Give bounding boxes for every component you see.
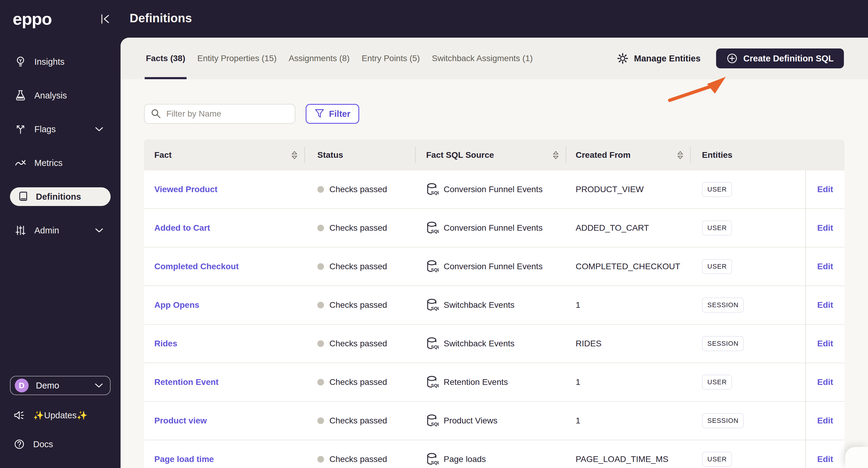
entity-badge: USER: [702, 452, 732, 467]
manage-entities-button[interactable]: Manage Entities: [617, 53, 701, 64]
tab-facts[interactable]: Facts (38): [145, 38, 187, 79]
floating-widget[interactable]: [845, 447, 868, 468]
fact-sql-source-link[interactable]: Page loads: [444, 455, 486, 464]
table-row: Added to Cart Checks passed SQL Conversi…: [144, 209, 844, 247]
funnel-icon: [315, 109, 324, 119]
sidebar-item-label: Metrics: [34, 158, 62, 168]
sort-icon[interactable]: [291, 151, 298, 160]
sidebar-item-metrics[interactable]: Metrics: [0, 153, 121, 173]
sort-icon[interactable]: [553, 151, 559, 160]
fact-sql-source-link[interactable]: Product Views: [444, 416, 497, 426]
status-dot: [317, 417, 324, 424]
chevron-down-icon: [95, 228, 103, 233]
workspace-avatar: D: [15, 378, 29, 392]
sidebar-item-label: Flags: [34, 124, 56, 134]
table-row: Rides Checks passed SQL Switchback Event…: [144, 325, 844, 363]
edit-link[interactable]: Edit: [817, 300, 833, 310]
megaphone-icon: [13, 409, 25, 421]
fact-link[interactable]: Completed Checkout: [154, 262, 239, 271]
workspace-switcher[interactable]: D Demo: [10, 376, 111, 395]
fact-sql-source-link[interactable]: Conversion Funnel Events: [444, 262, 542, 271]
sidebar-item-definitions[interactable]: Definitions: [10, 187, 111, 206]
edit-link[interactable]: Edit: [817, 185, 833, 194]
filter-button[interactable]: Filter: [306, 104, 359, 124]
header-actions: Manage Entities Create Definition SQL: [617, 38, 844, 79]
fact-sql-source-link[interactable]: Switchback Events: [444, 339, 515, 348]
flask-icon: [14, 90, 27, 101]
chevron-down-icon: [95, 383, 103, 388]
svg-text:SQL: SQL: [431, 267, 439, 272]
filter-by-name-input[interactable]: [166, 109, 287, 119]
table-row: Retention Event Checks passed SQL Retent…: [144, 363, 844, 402]
fact-sql-source-link[interactable]: Conversion Funnel Events: [444, 223, 542, 233]
sidebar-item-insights[interactable]: Insights: [0, 52, 121, 71]
sql-database-icon: SQL: [426, 298, 439, 312]
top-bar: eppo Definitions: [0, 0, 868, 38]
collapse-sidebar-icon[interactable]: [100, 13, 112, 25]
sidebar-item-admin[interactable]: Admin: [0, 221, 121, 240]
split-arrow-icon: [14, 123, 27, 135]
fact-link[interactable]: App Opens: [154, 300, 199, 310]
fact-sql-source-link[interactable]: Switchback Events: [444, 300, 515, 310]
edit-link[interactable]: Edit: [817, 377, 833, 387]
table-header: Fact Status Fact SQL Source Created From: [144, 139, 844, 170]
sort-icon[interactable]: [677, 151, 684, 160]
fact-link[interactable]: Viewed Product: [154, 185, 218, 194]
filter-by-name-field[interactable]: [144, 104, 296, 124]
edit-link[interactable]: Edit: [817, 455, 833, 464]
table-row: Product view Checks passed SQL Product V…: [144, 402, 844, 440]
status-text: Checks passed: [330, 300, 387, 310]
status-dot: [317, 379, 324, 386]
fact-link[interactable]: Retention Event: [154, 377, 218, 387]
sliders-icon: [14, 224, 27, 236]
edit-link[interactable]: Edit: [817, 262, 833, 271]
svg-text:SQL: SQL: [431, 460, 439, 465]
search-icon: [151, 108, 161, 119]
sql-database-icon: SQL: [426, 260, 439, 273]
create-definition-sql-button[interactable]: Create Definition SQL: [716, 48, 844, 68]
tab-entity-properties[interactable]: Entity Properties (15): [196, 38, 278, 79]
fact-link[interactable]: Rides: [154, 339, 177, 348]
sidebar-item-docs[interactable]: Docs: [0, 435, 121, 453]
created-from-value: 1: [576, 377, 581, 387]
fact-sql-source-link[interactable]: Conversion Funnel Events: [444, 185, 542, 194]
status-text: Checks passed: [330, 223, 387, 233]
chevron-down-icon: [95, 127, 103, 132]
status-dot: [317, 302, 324, 308]
tab-assignments[interactable]: Assignments (8): [287, 38, 351, 79]
status-text: Checks passed: [330, 416, 387, 426]
fact-link[interactable]: Page load time: [154, 455, 214, 464]
edit-link[interactable]: Edit: [817, 223, 833, 233]
sql-database-icon: SQL: [426, 452, 439, 466]
tab-entry-points[interactable]: Entry Points (5): [361, 38, 421, 79]
sidebar-item-updates[interactable]: ✨Updates✨: [0, 406, 121, 424]
sql-database-icon: SQL: [426, 221, 439, 235]
sql-database-icon: SQL: [426, 375, 439, 389]
entity-badge: USER: [702, 259, 732, 274]
gear-icon: [617, 53, 629, 64]
edit-link[interactable]: Edit: [817, 339, 833, 348]
created-from-value: PRODUCT_VIEW: [576, 185, 644, 194]
fact-link[interactable]: Added to Cart: [154, 223, 210, 233]
facts-table: Fact Status Fact SQL Source Created From: [144, 139, 844, 468]
tab-switchback-assigments[interactable]: Switchback Assigments (1): [431, 38, 534, 79]
created-from-value: RIDES: [576, 339, 601, 348]
plus-circle-icon: [726, 53, 738, 64]
tab-bar: Facts (38) Entity Properties (15) Assign…: [121, 38, 868, 79]
sidebar-item-label: Insights: [34, 57, 64, 67]
edit-link[interactable]: Edit: [817, 416, 833, 426]
content-area: Facts (38) Entity Properties (15) Assign…: [121, 38, 868, 468]
status-text: Checks passed: [330, 262, 387, 271]
table-row: App Opens Checks passed SQL Switchback E…: [144, 286, 844, 325]
fact-sql-source-link[interactable]: Retention Events: [444, 377, 508, 387]
svg-text:SQL: SQL: [431, 383, 439, 388]
table-body: Viewed Product Checks passed SQL Convers…: [144, 170, 844, 468]
sidebar-item-label: ✨Updates✨: [33, 410, 87, 421]
sidebar-item-analysis[interactable]: Analysis: [0, 86, 121, 105]
column-header-fact-sql-source: Fact SQL Source: [426, 150, 494, 160]
fact-link[interactable]: Product view: [154, 416, 207, 426]
question-circle-icon: [13, 438, 25, 450]
sidebar-item-flags[interactable]: Flags: [0, 120, 121, 139]
entity-badge: SESSION: [702, 298, 744, 312]
column-header-created-from: Created From: [576, 150, 630, 160]
